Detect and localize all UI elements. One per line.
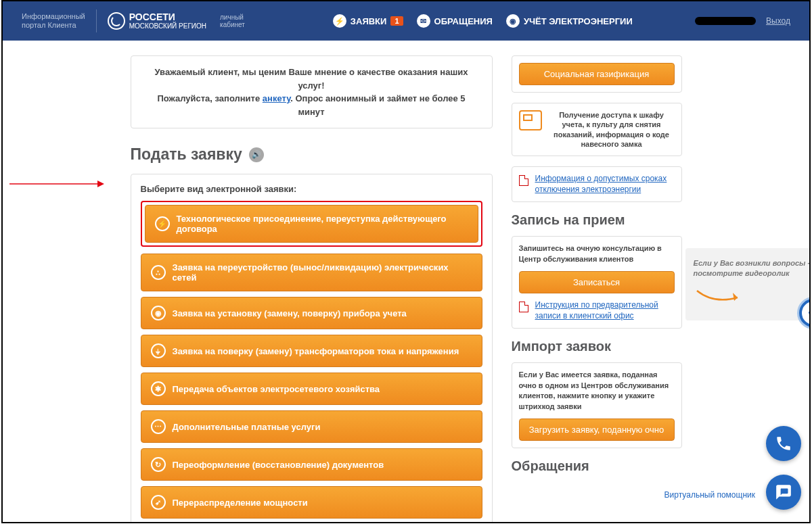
gasification-card: Социальная газификация [512,55,682,93]
request-type-paid-services[interactable]: ⋯ Дополнительные платные услуги [141,410,482,443]
speaker-icon[interactable]: 🔊 [249,147,264,162]
logo-icon [108,12,125,30]
cabinet-access-card[interactable]: Получение доступа к шкафу учета, к пульт… [512,103,682,156]
curved-arrow-icon [694,287,748,308]
outage-info-card: Информация о допустимых сроках отключени… [512,166,682,202]
import-card: Если у Вас имеется заявка, поданная очно… [512,362,682,448]
transfer-icon: ✱ [151,381,166,396]
play-video-button[interactable] [799,299,810,327]
highlighted-option: ⚡ Технологическое присоединение, переуст… [141,201,482,247]
pdf-icon [519,175,528,186]
appointment-title: Запись на прием [512,212,682,228]
survey-link[interactable]: анкету [263,93,290,103]
request-type-redistribute[interactable]: ➶ Перераспределение мощности [141,486,482,519]
svg-marker-1 [97,181,104,187]
meter-icon: ◉ [506,14,520,28]
header-divider [96,9,97,32]
brand-logo[interactable]: РОССЕТИ МОСКОВСКИЙ РЕГИОН [108,12,206,30]
appointment-button[interactable]: Записаться [519,271,675,293]
user-name-redacted [695,17,756,25]
requests-badge: 1 [390,16,403,26]
virtual-assistant-label: Виртуальный помощник [664,490,755,500]
personal-cabinet-label: личный кабинет [220,14,245,28]
video-assistant-box: Если у Вас возникли вопросы – посмотрите… [685,248,810,320]
mail-icon: ✉ [417,14,430,28]
nav-metering[interactable]: ◉ УЧЁТ ЭЛЕКТРОЭНЕРГИИ [506,14,633,28]
request-type-transformer-check[interactable]: ⏚ Заявка на поверку (замену) трансформат… [141,335,482,367]
appointment-card: Запишитесь на очную консультацию в Центр… [512,236,682,329]
gasification-button[interactable]: Социальная газификация [519,63,675,85]
request-type-transfer[interactable]: ✱ Передача объектов электросетевого хозя… [141,373,482,405]
appointment-instruction-link[interactable]: Инструкция по предварительной записи в к… [535,300,675,321]
dots-icon: ⋯ [151,419,166,434]
survey-banner: Уважаемый клиент, мы ценим Ваше мнение о… [131,55,493,128]
info-portal-label: Информационный портал Клиента [22,12,85,30]
request-type-box: Выберите вид электронной заявки: ⚡ Техно… [131,174,493,522]
bolt-icon: ⚡ [333,14,346,28]
top-header: Информационный портал Клиента РОССЕТИ МО… [3,1,809,41]
import-title: Импорт заявок [512,339,682,354]
appeals-title: Обращения [512,458,682,474]
chat-float-button[interactable] [766,475,801,510]
submit-section-title: Подать заявку 🔊 [131,145,493,164]
import-button[interactable]: Загрузить заявку, поданную очно [519,419,675,441]
highlight-arrow [9,177,104,191]
cabinet-icon [519,110,542,130]
tower-icon: ⛬ [151,265,166,280]
request-type-reissue[interactable]: ↻ Переоформление (восстановление) докуме… [141,448,482,481]
brand-region: МОСКОВСКИЙ РЕГИОН [129,22,206,30]
request-type-meter-install[interactable]: ◉ Заявка на установку (замену, поверку) … [141,297,482,329]
request-type-label: Выберите вид электронной заявки: [141,184,482,194]
nav-requests[interactable]: ⚡ ЗАЯВКИ 1 [333,14,403,28]
request-type-reconstruction[interactable]: ⛬ Заявка на переустройство (вынос/ликвид… [141,254,482,291]
nav-appeals[interactable]: ✉ ОБРАЩЕНИЯ [417,14,493,28]
svg-marker-2 [733,293,738,301]
meter-icon: ◉ [151,306,166,320]
outage-info-link[interactable]: Информация о допустимых сроках отключени… [535,174,675,195]
pdf-icon [519,302,528,312]
logout-link[interactable]: Выход [766,16,790,26]
compass-icon: ➶ [151,495,166,510]
refresh-icon: ↻ [151,457,166,472]
bolt-icon: ⚡ [155,216,170,231]
request-type-tech-connection[interactable]: ⚡ Технологическое присоединение, переуст… [145,205,478,243]
plug-icon: ⏚ [151,343,166,358]
brand-name: РОССЕТИ [129,12,206,22]
phone-float-button[interactable] [766,426,801,461]
